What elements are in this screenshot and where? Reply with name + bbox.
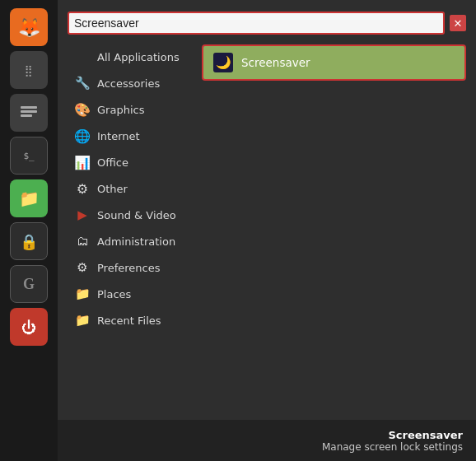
- category-graphics[interactable]: 🎨 Graphics: [68, 97, 195, 122]
- preferences-icon: ⚙: [74, 259, 91, 276]
- screensaver-app-label: Screensaver: [241, 56, 310, 69]
- lock-icon[interactable]: 🔒: [10, 222, 48, 260]
- category-preferences-label: Preferences: [97, 262, 160, 274]
- category-preferences[interactable]: ⚙ Preferences: [68, 255, 195, 280]
- category-administration-label: Administration: [97, 235, 175, 248]
- svg-rect-0: [21, 106, 37, 109]
- category-internet-label: Internet: [97, 130, 140, 142]
- office-icon: 📊: [74, 154, 91, 170]
- accessories-icon: 🔧: [74, 75, 91, 91]
- search-input[interactable]: [74, 16, 438, 30]
- svg-rect-1: [21, 110, 37, 113]
- files-icon[interactable]: 📁: [10, 179, 48, 217]
- category-places[interactable]: 📁 Places: [68, 282, 195, 306]
- administration-icon: 🗂: [74, 233, 91, 249]
- update-icon[interactable]: G: [10, 265, 48, 303]
- search-bar: ✕: [68, 12, 466, 35]
- apps-list: 🌙 Screensaver: [195, 44, 466, 420]
- status-app-title: Screensaver: [388, 429, 463, 441]
- screensaver-app-item[interactable]: 🌙 Screensaver: [202, 44, 466, 81]
- category-sound-video-label: Sound & Video: [97, 209, 176, 221]
- category-administration[interactable]: 🗂 Administration: [68, 229, 195, 254]
- screensaver-app-icon: 🌙: [213, 53, 233, 72]
- places-icon: 📁: [74, 286, 91, 302]
- search-input-wrapper: [68, 12, 445, 35]
- category-recent-files-label: Recent Files: [97, 314, 161, 327]
- search-clear-button[interactable]: ✕: [450, 15, 466, 31]
- other-icon: ⚙: [74, 180, 91, 197]
- ui-icon[interactable]: [10, 94, 48, 132]
- category-other-label: Other: [97, 183, 128, 195]
- sound-video-icon: ▶: [74, 207, 91, 223]
- all-applications-icon: [74, 49, 91, 65]
- category-accessories-label: Accessories: [97, 77, 160, 90]
- internet-icon: 🌐: [74, 128, 91, 144]
- category-places-label: Places: [97, 288, 131, 300]
- category-graphics-label: Graphics: [97, 104, 144, 116]
- status-bar: Screensaver Manage screen lock settings: [58, 420, 476, 461]
- recent-files-icon: 📁: [74, 312, 91, 328]
- category-other[interactable]: ⚙ Other: [68, 176, 195, 201]
- graphics-icon: 🎨: [74, 101, 91, 118]
- category-office-label: Office: [97, 156, 128, 169]
- content-area: All Applications 🔧 Accessories 🎨 Graphic…: [68, 44, 466, 420]
- category-recent-files[interactable]: 📁 Recent Files: [68, 308, 195, 333]
- category-all-applications-label: All Applications: [97, 51, 180, 63]
- category-all-applications[interactable]: All Applications: [68, 44, 195, 69]
- grid-icon[interactable]: ⣿: [10, 51, 48, 89]
- category-sound-video[interactable]: ▶ Sound & Video: [68, 203, 195, 227]
- terminal-icon[interactable]: $_: [10, 137, 48, 175]
- main-panel: ✕ All Applications 🔧 Accessories 🎨 Graph…: [58, 0, 476, 461]
- category-internet[interactable]: 🌐 Internet: [68, 123, 195, 148]
- category-list: All Applications 🔧 Accessories 🎨 Graphic…: [68, 44, 195, 420]
- power-icon[interactable]: ⏻: [10, 308, 48, 346]
- category-accessories[interactable]: 🔧 Accessories: [68, 71, 195, 95]
- status-app-description: Manage screen lock settings: [322, 441, 463, 453]
- sidebar: 🦊 ⣿ $_ 📁 🔒 G ⏻: [0, 0, 58, 461]
- firefox-icon[interactable]: 🦊: [10, 8, 48, 46]
- svg-rect-2: [21, 114, 32, 117]
- category-office[interactable]: 📊 Office: [68, 150, 195, 175]
